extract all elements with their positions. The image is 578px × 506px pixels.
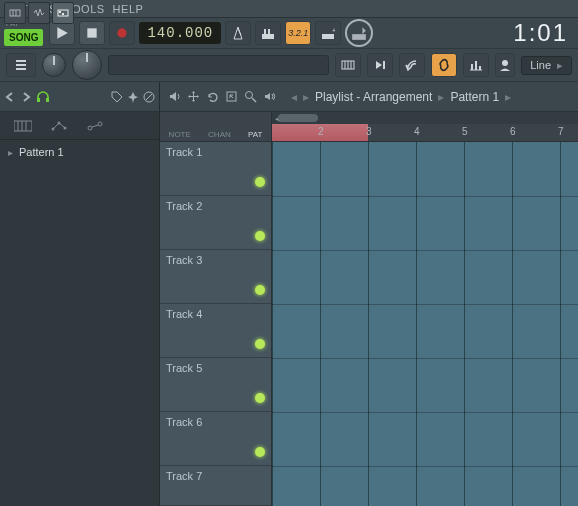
bar-tick: 6	[510, 126, 516, 137]
svg-rect-0	[88, 28, 97, 37]
svg-rect-41	[59, 11, 61, 13]
hdr-chan-label: CHAN	[208, 130, 231, 139]
track-active-dot-icon[interactable]	[255, 393, 265, 403]
tool-expand-icon[interactable]	[223, 89, 239, 105]
overdub-button[interactable]: +	[315, 21, 341, 45]
tool-refresh-icon[interactable]	[204, 89, 220, 105]
crumb-next-icon[interactable]: ▸	[303, 90, 309, 104]
tool-speaker-icon[interactable]	[166, 89, 182, 105]
playlist-pane: ◂ ▸ Playlist - Arrangement ▸ Pattern 1 ▸…	[160, 82, 578, 506]
svg-line-36	[252, 98, 256, 102]
browser-back-icon[interactable]	[4, 91, 16, 103]
mixer-button[interactable]	[463, 53, 489, 77]
view-piano-roll-button[interactable]	[335, 53, 361, 77]
tag-icon[interactable]	[111, 91, 123, 103]
track-label: Track 2	[166, 200, 202, 212]
svg-rect-37	[10, 10, 20, 16]
playlist-toolbar: ◂ ▸ Playlist - Arrangement ▸ Pattern 1 ▸	[160, 82, 578, 112]
browser-pane: Pattern 1	[0, 82, 160, 506]
svg-rect-6	[322, 34, 334, 39]
loop-record-button[interactable]	[345, 19, 373, 47]
record-button[interactable]	[109, 21, 135, 45]
track-active-dot-icon[interactable]	[255, 231, 265, 241]
crumb-more-icon[interactable]: ▸	[505, 90, 511, 104]
tool-move-icon[interactable]	[185, 89, 201, 105]
view-next-button[interactable]	[367, 53, 393, 77]
track-row[interactable]: Track 5	[160, 358, 271, 412]
stop-button[interactable]	[79, 21, 105, 45]
browser-fwd-icon[interactable]	[20, 91, 32, 103]
panel-menu-button[interactable]	[6, 53, 36, 77]
main-menu-bar: OPTIONS TOOLS HELP	[0, 0, 578, 18]
svg-rect-16	[383, 61, 385, 69]
playlist-tool-icons	[166, 89, 277, 105]
playlist-pattern-label[interactable]: Pattern 1	[450, 90, 499, 104]
track-row[interactable]: Track 2	[160, 196, 271, 250]
svg-rect-8	[352, 34, 366, 40]
track-header: NOTE CHAN PAT	[160, 112, 272, 141]
hint-bar-row: Line	[0, 48, 578, 82]
svg-rect-22	[14, 121, 32, 131]
track-active-dot-icon[interactable]	[255, 285, 265, 295]
mode-song-label: SONG	[4, 29, 43, 46]
hint-bar	[108, 55, 329, 75]
tempo-display[interactable]: 140.000	[139, 22, 221, 44]
song-position-display[interactable]: 1:01	[513, 19, 574, 47]
svg-point-1	[118, 28, 127, 37]
svg-line-2	[238, 29, 241, 35]
bar-tick: 7	[558, 126, 564, 137]
scroll-thumb[interactable]	[278, 114, 318, 122]
horizontal-scrollbar[interactable]: ◂	[272, 112, 578, 124]
crumb-prev-icon[interactable]: ◂	[291, 90, 297, 104]
h-scroll-area: ◂ 2 3 4 5 6 7	[272, 112, 578, 141]
link-button[interactable]	[431, 53, 457, 77]
track-row[interactable]: Track 6	[160, 412, 271, 466]
bar-ruler[interactable]: 2 3 4 5 6 7	[272, 124, 578, 142]
track-active-dot-icon[interactable]	[255, 339, 265, 349]
tab-link-icon[interactable]	[86, 119, 104, 133]
playlist-header-row: NOTE CHAN PAT ◂ 2 3 4 5 6 7	[160, 112, 578, 142]
track-row[interactable]: Track 3	[160, 250, 271, 304]
mode-pattern-icon[interactable]	[52, 2, 74, 24]
user-button[interactable]	[495, 53, 515, 77]
svg-rect-10	[16, 64, 26, 66]
track-label: Track 7	[166, 470, 202, 482]
playlist-title-label: Playlist - Arrangement	[315, 90, 432, 104]
snap-selector[interactable]: Line	[521, 56, 572, 75]
play-button[interactable]	[49, 21, 75, 45]
bar-tick: 4	[414, 126, 420, 137]
undo-button[interactable]	[399, 53, 425, 77]
main-pitch-knob[interactable]	[72, 50, 102, 80]
track-row[interactable]: Track 1	[160, 142, 271, 196]
tab-automation-icon[interactable]	[50, 119, 68, 133]
svg-point-30	[98, 122, 102, 126]
tool-sound-icon[interactable]	[261, 89, 277, 105]
svg-line-31	[92, 125, 98, 127]
mute-off-icon[interactable]	[143, 91, 155, 103]
track-label: Track 4	[166, 308, 202, 320]
pattern-list-item[interactable]: Pattern 1	[0, 140, 159, 164]
svg-rect-3	[262, 34, 274, 39]
track-row[interactable]: Track 4	[160, 304, 271, 358]
countdown-button[interactable]: 3.2.1	[285, 21, 311, 45]
svg-point-35	[245, 92, 252, 99]
track-active-dot-icon[interactable]	[255, 177, 265, 187]
tool-zoom-icon[interactable]	[242, 89, 258, 105]
track-active-dot-icon[interactable]	[255, 447, 265, 457]
headphones-icon[interactable]	[36, 90, 50, 104]
work-area: Pattern 1 ◂ ▸ Playlist - Arrangement ▸ P…	[0, 82, 578, 506]
main-volume-knob[interactable]	[42, 53, 66, 77]
svg-rect-18	[37, 98, 40, 102]
playlist-body: Track 1 Track 2 Track 3 Track 4 Track 5 …	[160, 142, 578, 506]
tab-piano-icon[interactable]	[14, 119, 32, 133]
track-row[interactable]: Track 7	[160, 466, 271, 506]
metronome-button[interactable]	[225, 21, 251, 45]
mode-piano-icon[interactable]	[4, 2, 26, 24]
hdr-pat-label: PAT	[248, 130, 262, 139]
wait-for-input-button[interactable]	[255, 21, 281, 45]
pin-icon[interactable]	[127, 91, 139, 103]
countdown-label: 3.2.1	[288, 28, 308, 38]
mode-wave-icon[interactable]	[28, 2, 50, 24]
playlist-grid[interactable]	[272, 142, 578, 506]
menu-help[interactable]: HELP	[113, 3, 144, 15]
